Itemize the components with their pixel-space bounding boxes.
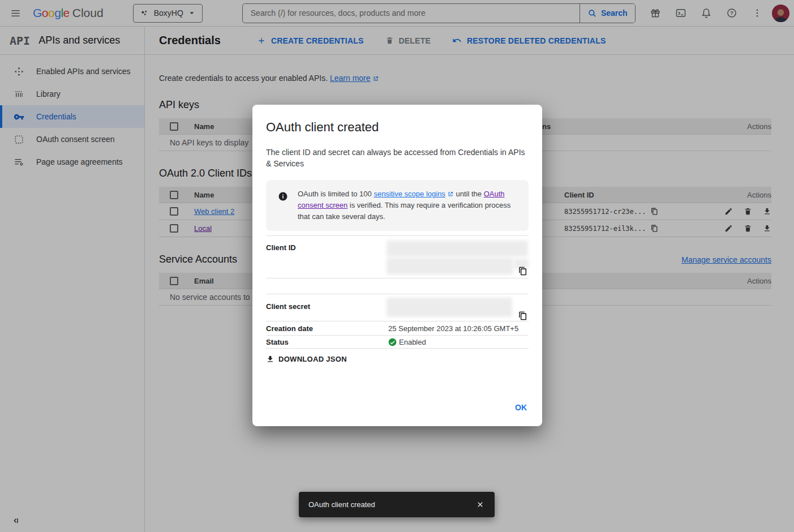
status-text: Enabled (399, 338, 426, 346)
creation-date-row: Creation date 25 September 2023 at 10:26… (266, 321, 529, 335)
client-secret-row: Client secret (266, 294, 529, 321)
close-icon (476, 500, 484, 509)
snackbar-message: OAuth client created (308, 500, 473, 509)
client-id-label: Client ID (266, 236, 388, 278)
copy-client-id-button[interactable] (518, 267, 527, 276)
dialog-title: OAuth client created (266, 120, 529, 135)
status-row: Status Enabled (266, 335, 529, 349)
status-label: Status (266, 338, 388, 346)
client-id-row: Client ID (266, 235, 529, 278)
ok-button[interactable]: OK (515, 403, 527, 412)
info-text-2: until the (454, 190, 484, 198)
download-json-button[interactable]: DOWNLOAD JSON (266, 355, 347, 363)
redacted-blob (387, 241, 528, 256)
info-icon (278, 191, 288, 222)
copy-icon (518, 311, 527, 320)
status-value: Enabled (388, 338, 529, 346)
info-text-1: OAuth is limited to 100 (298, 190, 374, 198)
creation-date-value: 25 September 2023 at 10:26:05 GMT+5 (388, 324, 529, 333)
client-id-value-redacted (388, 236, 529, 278)
download-json-label: DOWNLOAD JSON (278, 355, 347, 363)
redacted-blob (387, 298, 512, 317)
copy-client-secret-button[interactable] (518, 311, 527, 320)
dialog-detail-rows: Client ID Client secret Creation date 25… (266, 235, 529, 349)
redacted-blob (387, 258, 513, 274)
download-icon (266, 355, 274, 363)
client-secret-label: Client secret (266, 294, 388, 321)
check-circle-icon (388, 338, 397, 346)
creation-date-label: Creation date (266, 324, 388, 333)
copy-icon (518, 267, 527, 276)
external-link-icon (447, 191, 454, 198)
sensitive-scope-logins-link[interactable]: sensitive scope logins (374, 190, 445, 198)
snackbar: OAuth client created (299, 492, 495, 517)
spacer-row (266, 278, 529, 294)
dialog-subtitle: The client ID and secret can always be a… (266, 147, 529, 169)
oauth-client-created-dialog: OAuth client created The client ID and s… (252, 105, 542, 426)
info-banner: OAuth is limited to 100 sensitive scope … (266, 180, 529, 231)
info-text: OAuth is limited to 100 sensitive scope … (298, 188, 520, 222)
snackbar-close-button[interactable] (473, 497, 488, 512)
client-secret-value-redacted (388, 294, 529, 321)
